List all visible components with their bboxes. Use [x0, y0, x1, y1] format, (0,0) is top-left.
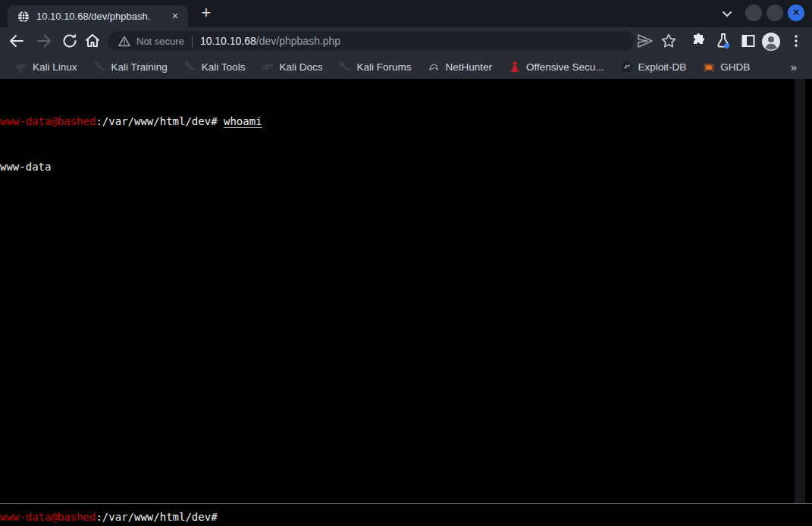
phpbash-terminal-page: www-data@bashed:/var/www/html/dev# whoam…: [0, 79, 812, 526]
kali-dragon-icon: [339, 61, 351, 73]
bookmark-kali-tools[interactable]: Kali Tools: [180, 58, 250, 75]
terminal-command-line: www-data@bashed:/var/www/html/dev# whoam…: [0, 114, 262, 129]
prompt-user: www-data@bashed: [0, 511, 96, 523]
forward-icon[interactable]: [35, 32, 53, 50]
tab-close-icon[interactable]: ×: [168, 10, 182, 23]
bookmark-nethunter[interactable]: NetHunter: [423, 58, 497, 75]
command-text: whoami: [224, 115, 262, 128]
tab-title: 10.10.10.68/dev/phpbash.: [36, 11, 162, 22]
url-host[interactable]: 10.10.10.68: [200, 35, 256, 47]
bookmarks-overflow-chevron[interactable]: »: [786, 61, 801, 74]
kali-dragon-icon: [262, 61, 274, 73]
tab-strip: 10.10.10.68/dev/phpbash. × + ×: [0, 0, 812, 27]
window-maximize-button[interactable]: [767, 5, 783, 21]
bookmark-ghdb[interactable]: GHDB: [698, 58, 754, 75]
send-icon[interactable]: [636, 32, 654, 50]
omnibox-divider: [192, 36, 193, 47]
terminal-history: www-data@bashed:/var/www/html/dev# whoam…: [0, 83, 262, 205]
bookmark-exploit-db[interactable]: Exploit-DB: [616, 58, 691, 75]
profile-avatar[interactable]: [761, 32, 779, 50]
url-path[interactable]: /dev/phpbash.php: [256, 35, 340, 47]
window-minimize-button[interactable]: [745, 5, 762, 21]
address-bar[interactable]: Not secure 10.10.10.68 /dev/phpbash.php: [108, 31, 634, 51]
home-icon[interactable]: [83, 32, 102, 50]
prompt-user: www-data@bashed: [0, 115, 96, 127]
bookmark-kali-forums[interactable]: Kali Forums: [334, 58, 415, 75]
prompt-path: :/var/www/html/dev#: [96, 115, 224, 127]
bookmark-star-icon[interactable]: [660, 32, 678, 50]
kali-dragon-icon: [94, 61, 106, 73]
nethunter-icon: [428, 61, 440, 73]
prompt-path: :/var/www/html/dev#: [96, 511, 217, 523]
bookmark-kali-linux[interactable]: Kali Linux: [11, 58, 82, 75]
labs-flask-icon[interactable]: [714, 32, 732, 50]
terminal-input-bar[interactable]: www-data@bashed:/var/www/html/dev#: [0, 503, 812, 524]
ghdb-icon: [703, 61, 715, 73]
menu-kebab-icon[interactable]: [787, 32, 805, 50]
kali-dragon-icon: [184, 61, 196, 73]
reload-icon[interactable]: [61, 32, 79, 50]
new-tab-button[interactable]: +: [196, 3, 217, 24]
kali-dragon-icon: [15, 61, 27, 73]
globe-icon: [17, 11, 30, 23]
bookmarks-bar: Kali Linux Kali Training Kali Tools Kali…: [0, 55, 812, 79]
page-scrollbar[interactable]: [795, 79, 805, 503]
bookmark-kali-docs[interactable]: Kali Docs: [257, 58, 327, 75]
browser-tab[interactable]: 10.10.10.68/dev/phpbash. ×: [8, 5, 188, 27]
not-secure-warning-icon[interactable]: [118, 36, 130, 47]
tab-search-chevron-icon[interactable]: [719, 6, 735, 21]
not-secure-label[interactable]: Not secure: [136, 36, 184, 47]
bookmark-kali-training[interactable]: Kali Training: [89, 58, 172, 75]
back-icon[interactable]: [8, 32, 26, 50]
bookmark-offensive-security[interactable]: Offensive Secu...: [504, 58, 609, 75]
side-panel-icon[interactable]: [739, 32, 757, 50]
extensions-puzzle-icon[interactable]: [690, 32, 708, 50]
terminal-output-line: www-data: [0, 159, 262, 174]
exploitdb-icon: [621, 61, 633, 73]
offsec-icon: [509, 61, 521, 73]
window-close-button[interactable]: ×: [788, 5, 804, 21]
